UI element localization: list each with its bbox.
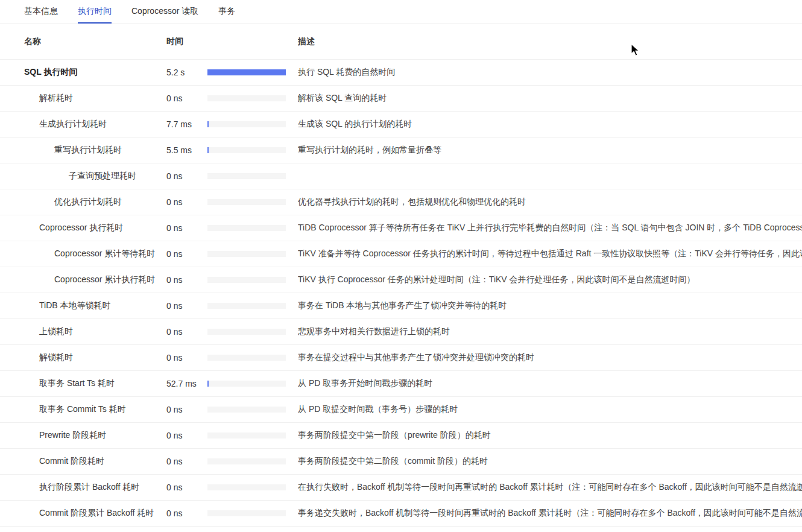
bar-track	[207, 69, 286, 75]
column-header-time: 时间	[166, 36, 207, 47]
bar-track	[207, 277, 286, 283]
column-header-desc: 描述	[298, 36, 802, 47]
metric-description: 从 PD 取事务开始时间戳步骤的耗时	[298, 378, 802, 389]
table-body: SQL 执行时间 5.2 s 执行 SQL 耗费的自然时间 解析耗时 0 ns …	[0, 60, 802, 527]
metric-time-value: 0 ns	[166, 353, 207, 363]
bar-track	[207, 199, 286, 205]
table-row: 取事务 Start Ts 耗时 52.7 ms 从 PD 取事务开始时间戳步骤的…	[0, 371, 802, 397]
metric-bar	[207, 147, 286, 153]
metric-description: 事务在提交过程中与其他事务产生了锁冲突并处理锁冲突的耗时	[298, 352, 802, 363]
metric-description: 事务两阶段提交中第二阶段（commit 阶段）的耗时	[298, 456, 802, 467]
table-row: 上锁耗时 0 ns 悲观事务中对相关行数据进行上锁的耗时	[0, 319, 802, 345]
table-row: 解锁耗时 0 ns 事务在提交过程中与其他事务产生了锁冲突并处理锁冲突的耗时	[0, 345, 802, 371]
metric-bar	[207, 173, 286, 179]
bar-track	[207, 432, 286, 439]
table-row: 执行阶段累计 Backoff 耗时 0 ns 在执行失败时，Backoff 机制…	[0, 475, 802, 501]
metric-name: Coprocessor 累计等待耗时	[0, 249, 166, 259]
tab-bar: 基本信息执行时间Coprocessor 读取事务	[0, 0, 802, 24]
metric-description: 优化器寻找执行计划的耗时，包括规则优化和物理优化的耗时	[298, 197, 802, 207]
metric-bar	[207, 458, 286, 464]
metric-description: 从 PD 取提交时间戳（事务号）步骤的耗时	[298, 404, 802, 415]
metric-name: 解锁耗时	[0, 352, 166, 363]
metric-name: 解析耗时	[0, 93, 166, 104]
metric-name: TiDB 本地等锁耗时	[0, 300, 166, 311]
bar-track	[207, 303, 286, 309]
metric-name: Coprocessor 累计执行耗时	[0, 274, 166, 285]
metric-time-value: 0 ns	[166, 301, 207, 311]
metric-name: Prewrite 阶段耗时	[0, 430, 166, 441]
metric-time-value: 0 ns	[166, 93, 207, 103]
metric-description: TiDB Coprocessor 算子等待所有任务在 TiKV 上并行执行完毕耗…	[298, 223, 802, 233]
metric-bar	[207, 510, 286, 516]
metric-time-value: 5.5 ms	[166, 145, 207, 155]
table-row: Coprocessor 执行耗时 0 ns TiDB Coprocessor 算…	[0, 215, 802, 241]
metric-time-value: 0 ns	[166, 197, 207, 207]
metric-time-value: 0 ns	[166, 483, 207, 492]
tab-1[interactable]: 执行时间	[78, 0, 112, 23]
metric-bar	[207, 303, 286, 309]
metric-bar	[207, 381, 286, 387]
metric-time-value: 5.2 s	[166, 68, 207, 77]
metric-bar	[207, 69, 286, 75]
metric-description: TiKV 执行 Coprocessor 任务的累计处理时间（注：TiKV 会并行…	[298, 274, 802, 285]
metric-description: 事务两阶段提交中第一阶段（prewrite 阶段）的耗时	[298, 430, 802, 441]
metric-name: 重写执行计划耗时	[0, 145, 166, 156]
metric-description: 事务递交失败时，Backoff 机制等待一段时间再重试时的 Backoff 累计…	[298, 508, 802, 519]
bar-track	[207, 95, 286, 101]
metric-bar	[207, 432, 286, 439]
bar-track	[207, 355, 286, 361]
metric-name: 优化执行计划耗时	[0, 197, 166, 207]
metric-bar	[207, 407, 286, 413]
metric-description: 在执行失败时，Backoff 机制等待一段时间再重试时的 Backoff 累计耗…	[298, 482, 802, 493]
table-row: Commit 阶段累计 Backoff 耗时 0 ns 事务递交失败时，Back…	[0, 501, 802, 527]
bar-track	[207, 484, 286, 490]
metric-bar	[207, 355, 286, 361]
metric-description: 生成该 SQL 的执行计划的耗时	[298, 119, 802, 130]
bar-track	[207, 251, 286, 257]
metric-bar	[207, 121, 286, 127]
metric-bar	[207, 225, 286, 231]
metric-name: 取事务 Start Ts 耗时	[0, 378, 166, 389]
bar-track	[207, 458, 286, 464]
table-row: Commit 阶段耗时 0 ns 事务两阶段提交中第二阶段（commit 阶段）…	[0, 449, 802, 475]
metric-time-value: 0 ns	[166, 457, 207, 466]
table-row: 生成执行计划耗时 7.7 ms 生成该 SQL 的执行计划的耗时	[0, 112, 802, 138]
metric-time-value: 0 ns	[166, 275, 207, 285]
metric-bar	[207, 277, 286, 283]
metric-name: 生成执行计划耗时	[0, 119, 166, 130]
metric-bar	[207, 484, 286, 490]
tab-2[interactable]: Coprocessor 读取	[131, 0, 198, 23]
metric-name: SQL 执行时间	[0, 67, 166, 78]
metric-time-value: 0 ns	[166, 223, 207, 233]
table-row: 解析耗时 0 ns 解析该 SQL 查询的耗时	[0, 86, 802, 112]
bar-track	[207, 510, 286, 516]
metric-name: 上锁耗时	[0, 326, 166, 337]
execution-time-table: 名称 时间 描述 SQL 执行时间 5.2 s 执行 SQL 耗费的自然时间 解…	[0, 24, 802, 527]
bar-track	[207, 121, 286, 127]
metric-time-value: 0 ns	[166, 431, 207, 440]
bar-fill	[207, 381, 209, 387]
metric-description: 事务在 TiDB 本地与其他事务产生了锁冲突并等待的耗时	[298, 300, 802, 311]
metric-time-value: 7.7 ms	[166, 119, 207, 129]
bar-track	[207, 381, 286, 387]
metric-bar	[207, 251, 286, 257]
metric-description: 执行 SQL 耗费的自然时间	[298, 67, 802, 78]
metric-name: Coprocessor 执行耗时	[0, 223, 166, 233]
table-row: TiDB 本地等锁耗时 0 ns 事务在 TiDB 本地与其他事务产生了锁冲突并…	[0, 293, 802, 319]
table-row: SQL 执行时间 5.2 s 执行 SQL 耗费的自然时间	[0, 60, 802, 86]
bar-fill	[207, 69, 286, 75]
table-row: 重写执行计划耗时 5.5 ms 重写执行计划的耗时，例如常量折叠等	[0, 138, 802, 163]
metric-description: 悲观事务中对相关行数据进行上锁的耗时	[298, 326, 802, 337]
metric-name: 子查询预处理耗时	[0, 171, 166, 182]
bar-track	[207, 173, 286, 179]
metric-description: TiKV 准备并等待 Coprocessor 任务执行的累计时间，等待过程中包括…	[298, 249, 802, 259]
metric-bar	[207, 95, 286, 101]
column-header-name: 名称	[0, 36, 166, 47]
tab-3[interactable]: 事务	[218, 0, 235, 23]
table-row: 取事务 Commit Ts 耗时 0 ns 从 PD 取提交时间戳（事务号）步骤…	[0, 397, 802, 423]
metric-time-value: 0 ns	[166, 249, 207, 259]
table-row: Prewrite 阶段耗时 0 ns 事务两阶段提交中第一阶段（prewrite…	[0, 423, 802, 449]
tab-0[interactable]: 基本信息	[24, 0, 58, 23]
metric-name: Commit 阶段累计 Backoff 耗时	[0, 508, 166, 519]
bar-fill	[207, 121, 209, 127]
